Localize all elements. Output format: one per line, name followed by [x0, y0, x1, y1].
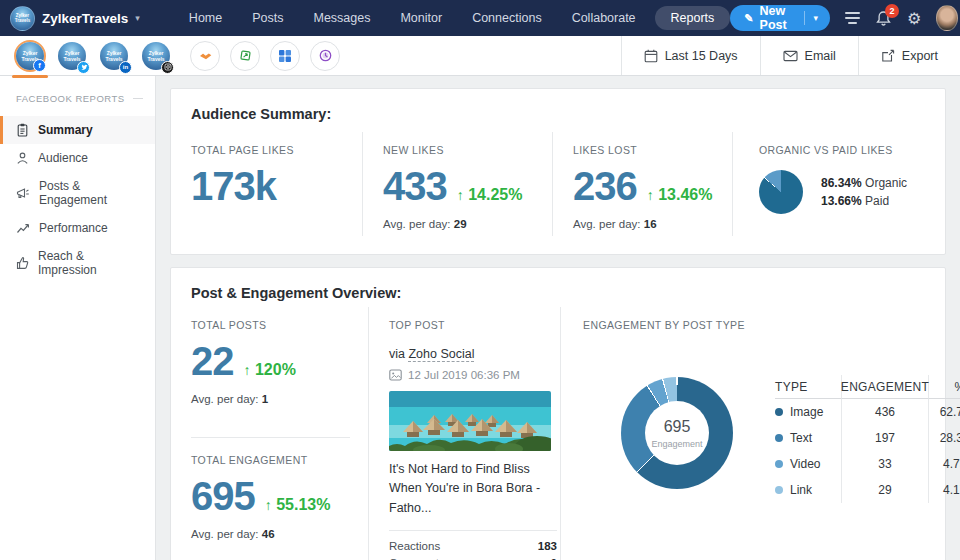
organic-vs-paid-block: ORGANIC VS PAID LIKES 86.34% Organic 13.… — [733, 132, 945, 236]
sidebar-item-posts-engagement[interactable]: Posts & Engagement — [0, 172, 155, 214]
sidebar-item-audience[interactable]: Audience — [0, 144, 155, 172]
sidebar-item-label: Performance — [39, 221, 108, 235]
new-post-label: New Post — [760, 4, 792, 32]
donut-total: 695 — [664, 418, 691, 436]
metric-label: NEW LIKES — [383, 144, 552, 156]
posts-metrics-column: TOTAL POSTS 22 ↑ 120% Avg. per day: 1 TO… — [171, 307, 369, 560]
table-row: Video 33 4.75% — [775, 451, 960, 477]
metric-value: 173k — [191, 166, 276, 206]
brand-logo-text: Zylker Travels — [11, 13, 34, 23]
nav-item-posts[interactable]: Posts — [237, 6, 298, 30]
nav-item-connections[interactable]: Connections — [457, 6, 557, 30]
sidebar-item-reach-impression[interactable]: Reach & Impression — [0, 242, 155, 284]
metric-label: LIKES LOST — [573, 144, 732, 156]
sidebar-item-performance[interactable]: Performance — [0, 214, 155, 242]
metric-total-engagement: TOTAL ENGAGEMENT 695 ↑ 55.13% Avg. per d… — [191, 437, 350, 540]
top-post-date: 12 Jul 2019 06:36 PM — [408, 369, 520, 381]
settings-gear-icon[interactable]: ⚙ — [907, 9, 921, 28]
topnav-actions: ✎ New Post ▾ 2 ⚙ — [730, 5, 957, 31]
content-area: FACEBOOK REPORTS Summary Audience Posts … — [0, 76, 960, 560]
channel-clock-icon[interactable] — [310, 41, 340, 71]
notification-badge: 2 — [885, 4, 899, 18]
metric-change: ↑ 55.13% — [265, 496, 331, 514]
export-button[interactable]: Export — [858, 36, 960, 75]
photo-icon — [389, 369, 402, 381]
person-icon — [16, 151, 29, 165]
series-dot-video — [775, 460, 783, 468]
metric-label: TOTAL POSTS — [191, 319, 350, 331]
nav-item-monitor[interactable]: Monitor — [385, 6, 457, 30]
channel-growth-icon[interactable] — [230, 41, 260, 71]
email-label: Email — [805, 49, 836, 63]
nav-item-messages[interactable]: Messages — [298, 6, 385, 30]
megaphone-icon — [16, 187, 30, 200]
metric-average: Avg. per day: 16 — [573, 218, 732, 230]
up-arrow-icon: ↑ — [457, 187, 464, 203]
metric-new-likes: NEW LIKES 433 ↑ 14.25% Avg. per day: 29 — [363, 132, 553, 236]
legend-organic: 86.34% Organic — [821, 176, 907, 190]
metric-value: 433 — [383, 166, 447, 206]
channel-handshake-icon[interactable] — [190, 41, 220, 71]
facebook-icon: f — [33, 59, 46, 72]
date-range-button[interactable]: Last 15 Days — [621, 36, 760, 75]
brand-account-switcher[interactable]: Zylker Travels ZylkerTravels ▾ — [10, 6, 140, 31]
metric-value: 22 — [191, 341, 234, 381]
sidebar-item-summary[interactable]: Summary — [0, 116, 155, 144]
table-row: Image 436 62.73% — [775, 399, 960, 425]
menu-icon[interactable] — [845, 12, 860, 24]
user-avatar[interactable] — [936, 5, 957, 31]
series-dot-text — [775, 434, 783, 442]
top-post-column: TOP POST via Zoho Social 12 Jul 2019 06:… — [369, 307, 561, 560]
export-label: Export — [902, 49, 938, 63]
series-dot-link — [775, 486, 783, 494]
email-button[interactable]: Email — [760, 36, 858, 75]
channel-grid-icon[interactable] — [270, 41, 300, 71]
top-post-caption[interactable]: It's Not Hard to Find Bliss When You're … — [389, 460, 557, 518]
metric-average: Avg. per day: 29 — [383, 218, 552, 230]
brand-name: ZylkerTravels — [42, 11, 128, 26]
profile-facebook[interactable]: Zylker Travels f — [14, 40, 46, 72]
top-post-source: via Zoho Social — [389, 347, 560, 361]
export-icon — [881, 49, 895, 63]
metric-likes-lost: LIKES LOST 236 ↑ 13.46% Avg. per day: 16 — [553, 132, 733, 236]
nav-item-home[interactable]: Home — [174, 6, 237, 30]
metric-change: ↑ 13.46% — [647, 186, 713, 204]
engagement-donut-chart: 695 Engagement — [621, 377, 733, 489]
top-post-image[interactable] — [389, 391, 551, 451]
stat-row: Comments0 — [389, 557, 557, 560]
date-range-label: Last 15 Days — [665, 49, 738, 63]
metric-total-posts: TOTAL POSTS 22 ↑ 120% Avg. per day: 1 — [191, 319, 350, 411]
new-post-dropdown-caret[interactable]: ▾ — [804, 13, 830, 23]
post-engagement-title: Post & Engagement Overview: — [171, 268, 945, 307]
metric-label: TOTAL ENGAGEMENT — [191, 454, 350, 466]
sidebar-item-label: Audience — [38, 151, 88, 165]
sidebar-item-label: Reach & Impression — [38, 249, 145, 277]
metric-change: ↑ 14.25% — [457, 186, 523, 204]
top-post-stats: Reactions183 Comments0 Shares1 Engagemen… — [389, 530, 557, 560]
trend-icon — [16, 222, 30, 235]
metric-average: Avg. per day: 46 — [191, 528, 350, 540]
metric-change: ↑ 120% — [244, 361, 296, 379]
linkedin-icon: in — [119, 61, 132, 74]
brand-logo: Zylker Travels — [10, 6, 35, 31]
source-link[interactable]: Zoho Social — [408, 347, 474, 362]
engagement-by-type-label: ENGAGEMENT BY POST TYPE — [583, 319, 960, 331]
profile-instagram[interactable]: Zylker Travels — [140, 40, 172, 72]
profile-linkedin[interactable]: Zylker Travels in — [98, 40, 130, 72]
profile-twitter[interactable]: Zylker Travels — [56, 40, 88, 72]
nav-item-collaborate[interactable]: Collaborate — [557, 6, 651, 30]
up-arrow-icon: ↑ — [647, 187, 654, 203]
legend-paid: 13.66% Paid — [821, 194, 907, 208]
stat-row: Reactions183 — [389, 540, 557, 552]
table-row: Link 29 4.17% — [775, 477, 960, 503]
new-post-button[interactable]: ✎ New Post ▾ — [730, 5, 830, 31]
metric-label: ORGANIC VS PAID LIKES — [759, 144, 945, 156]
notifications-button[interactable]: 2 — [875, 10, 892, 27]
up-arrow-icon: ↑ — [244, 362, 251, 378]
channel-profiles: Zylker Travels f Zylker Travels Zylker T… — [0, 36, 340, 75]
envelope-icon — [783, 50, 798, 62]
series-dot-image — [775, 408, 783, 416]
sidebar-section-title: FACEBOOK REPORTS — [16, 93, 143, 104]
chevron-down-icon: ▾ — [135, 13, 140, 23]
nav-item-reports[interactable]: Reports — [655, 6, 731, 30]
